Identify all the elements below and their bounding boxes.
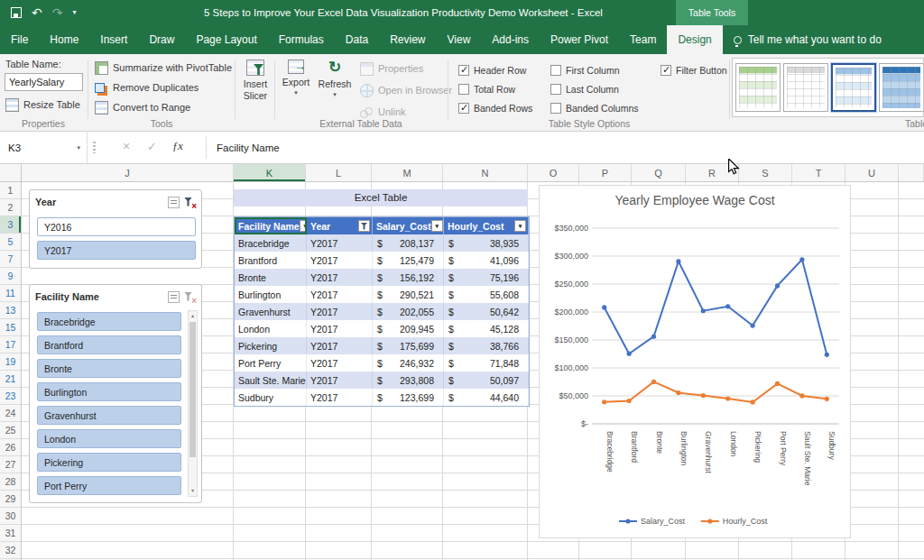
- table-cell[interactable]: Bracebridge: [235, 234, 307, 252]
- scroll-down-icon[interactable]: ▾: [189, 486, 197, 496]
- tell-me-box[interactable]: Tell me what you want to do: [734, 25, 882, 54]
- table-cell[interactable]: Y2017: [307, 303, 373, 320]
- qat-customize-icon[interactable]: ▾: [72, 9, 76, 16]
- table-cell[interactable]: Y2017: [307, 372, 373, 389]
- slicer-item-london[interactable]: London: [37, 429, 181, 448]
- table-style-thumb-plain-light[interactable]: [783, 63, 828, 112]
- row-header-5[interactable]: 5: [0, 234, 21, 251]
- checkbox-first-column[interactable]: First Column: [550, 60, 655, 79]
- table-cell[interactable]: Y2017: [307, 286, 373, 303]
- table-cell[interactable]: $50,642: [444, 303, 529, 320]
- table-name-input[interactable]: [5, 73, 83, 91]
- filter-dropdown-button[interactable]: ▾: [514, 220, 526, 232]
- slicer-item-y2016[interactable]: Y2016: [37, 217, 196, 236]
- table-cell[interactable]: $209,945: [373, 320, 444, 337]
- insert-function-icon[interactable]: ƒx: [172, 140, 183, 153]
- slicer-scrollbar[interactable]: ▴▾: [188, 310, 198, 497]
- row-header-26[interactable]: 26: [0, 439, 21, 456]
- checkbox-banded-columns[interactable]: Banded Columns: [550, 98, 655, 117]
- table-cell[interactable]: Y2017: [307, 269, 373, 286]
- table-header-facility-name[interactable]: Facility Name▾: [235, 217, 307, 234]
- table-cell[interactable]: $71,848: [444, 354, 529, 372]
- ribbon-tab-view[interactable]: View: [437, 25, 482, 54]
- table-cell[interactable]: $55,608: [444, 286, 529, 303]
- slicer-item-y2017[interactable]: Y2017: [37, 241, 196, 260]
- table-cell[interactable]: Y2017: [307, 354, 373, 372]
- table-cell[interactable]: Brantford: [235, 252, 307, 269]
- row-header-11[interactable]: 11: [0, 285, 21, 302]
- table-cell[interactable]: $293,808: [373, 372, 444, 389]
- column-header-U[interactable]: U: [845, 164, 899, 181]
- row-header-27[interactable]: 27: [0, 456, 21, 473]
- export-button[interactable]: Export ▾: [278, 60, 314, 97]
- filter-dropdown-button[interactable]: ▾: [431, 220, 443, 232]
- table-cell[interactable]: $50,097: [444, 372, 529, 389]
- slicer-item-bronte[interactable]: Bronte: [37, 359, 181, 378]
- table-cell[interactable]: Y2017: [307, 320, 373, 337]
- ribbon-tab-home[interactable]: Home: [39, 25, 89, 54]
- ribbon-tab-formulas[interactable]: Formulas: [268, 25, 335, 54]
- name-box-dropdown-icon[interactable]: ▾: [77, 144, 80, 151]
- table-cell[interactable]: $208,137: [373, 234, 444, 252]
- slicer-facility-name[interactable]: Facility NameBracebridgeBrantfordBronteB…: [29, 284, 202, 503]
- button-convert-to-range[interactable]: Convert to Range: [92, 98, 235, 116]
- button-remove-duplicates[interactable]: Remove Duplicates: [92, 78, 235, 96]
- slicer-item-port-perry[interactable]: Port Perry: [37, 476, 181, 495]
- table-header-hourly-cost[interactable]: Hourly_Cost▾: [444, 217, 529, 234]
- column-header-J[interactable]: J: [22, 164, 234, 181]
- formula-content[interactable]: Facility Name: [217, 132, 280, 163]
- table-header-salary-cost[interactable]: Salary_Cost▾: [373, 217, 444, 234]
- checkbox-banded-rows[interactable]: Banded Rows: [458, 98, 545, 117]
- table-cell[interactable]: London: [235, 320, 307, 337]
- checkbox-last-column[interactable]: Last Column: [550, 79, 655, 98]
- table-cell[interactable]: $75,196: [444, 269, 529, 286]
- scrollbar-thumb[interactable]: [189, 322, 196, 457]
- slicer-item-brantford[interactable]: Brantford: [37, 335, 181, 354]
- save-icon[interactable]: [11, 7, 22, 18]
- slicer-year[interactable]: YearY2016Y2017: [29, 189, 202, 269]
- column-header-O[interactable]: O: [528, 164, 579, 181]
- name-box[interactable]: K3 ▾: [0, 132, 88, 163]
- row-header-9[interactable]: 9: [0, 268, 21, 285]
- button-summarize-with-pivottable[interactable]: Summarize with PivotTable: [92, 59, 235, 77]
- ribbon-tab-review[interactable]: Review: [379, 25, 436, 54]
- row-header-7[interactable]: 7: [0, 251, 21, 268]
- column-header-N[interactable]: N: [443, 164, 528, 181]
- row-header-29[interactable]: 29: [0, 491, 21, 508]
- slicer-item-bracebridge[interactable]: Bracebridge: [37, 312, 181, 331]
- row-header-28[interactable]: 28: [0, 473, 21, 491]
- row-header-25[interactable]: 25: [0, 422, 21, 439]
- checkbox-header-row[interactable]: Header Row: [458, 60, 545, 79]
- slicer-item-gravenhurst[interactable]: Gravenhurst: [37, 406, 181, 425]
- table-cell[interactable]: Port Perry: [235, 354, 307, 372]
- table-cell[interactable]: Y2017: [307, 252, 373, 269]
- clear-filter-icon[interactable]: [183, 197, 196, 208]
- insert-slicer-button[interactable]: Insert Slicer: [236, 60, 274, 102]
- table-cell[interactable]: $44,640: [444, 389, 529, 406]
- row-header-13[interactable]: 13: [0, 302, 21, 319]
- filter-dropdown-button[interactable]: ▾: [300, 220, 307, 232]
- column-header-partial[interactable]: [899, 164, 924, 181]
- column-header-M[interactable]: M: [372, 164, 443, 181]
- table-cell[interactable]: Y2017: [307, 337, 373, 354]
- chart[interactable]: Yearly Employee Wage Cost$-$50,000$100,0…: [539, 185, 851, 538]
- row-header-2[interactable]: 2: [0, 199, 21, 216]
- column-header-P[interactable]: P: [579, 164, 632, 181]
- table-cell[interactable]: $125,479: [373, 252, 444, 269]
- legend-hourly-cost[interactable]: Hourly_Cost: [723, 517, 768, 526]
- filter-applied-button[interactable]: [358, 220, 370, 232]
- table-header-year[interactable]: Year: [307, 217, 373, 234]
- table-cell[interactable]: Burlington: [235, 286, 307, 303]
- column-header-L[interactable]: L: [306, 164, 372, 181]
- table-cell[interactable]: Sault Ste. Marie: [235, 372, 307, 389]
- ribbon-tab-team[interactable]: Team: [619, 25, 667, 54]
- ribbon-tab-power-pivot[interactable]: Power Pivot: [540, 25, 619, 54]
- table-cell[interactable]: Y2017: [307, 389, 373, 406]
- undo-icon[interactable]: ↶: [32, 6, 42, 19]
- clear-filter-icon[interactable]: [183, 291, 196, 303]
- table-cell[interactable]: $45,128: [444, 320, 529, 337]
- table-cell[interactable]: $38,935: [444, 234, 529, 252]
- table-cell[interactable]: $41,096: [444, 252, 529, 269]
- table-style-thumb-light-green-banded[interactable]: [735, 63, 781, 112]
- ribbon-tab-add-ins[interactable]: Add-ins: [481, 25, 540, 54]
